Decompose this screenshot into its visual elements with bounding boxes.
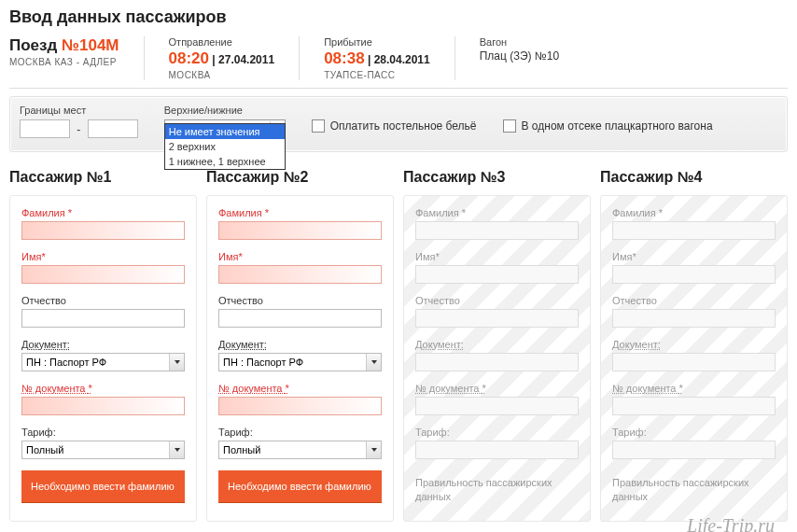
name-input[interactable]	[612, 265, 776, 284]
seat-dash: -	[77, 123, 80, 136]
name-input[interactable]	[21, 265, 185, 284]
docnum-input[interactable]	[612, 397, 776, 415]
surname-field: Фамилия *	[21, 207, 185, 240]
name-field: Имя*	[21, 251, 185, 284]
train-label: Поезд	[9, 36, 57, 54]
document-select[interactable]	[415, 353, 579, 371]
position-option-0[interactable]: Не имеет значения	[165, 124, 285, 139]
passenger-box-4: Фамилия * Имя* Отчество Документ: № доку…	[600, 195, 788, 522]
patronymic-input[interactable]	[21, 309, 185, 328]
document-field: Документ:	[21, 339, 185, 371]
arrival-label: Прибытие	[324, 36, 430, 48]
tariff-select[interactable]	[612, 441, 776, 459]
departure-date: 27.04.2011	[218, 53, 274, 66]
compartment-label: В одном отсеке плацкартного вагона	[522, 119, 713, 133]
surname-input[interactable]	[21, 221, 185, 240]
tariff-field: Тариф:	[21, 427, 185, 459]
checkbox-icon	[503, 119, 516, 133]
patronymic-input[interactable]	[415, 309, 579, 328]
name-input[interactable]	[218, 265, 382, 284]
departure-station: МОСКВА	[169, 70, 275, 80]
name-input[interactable]	[415, 265, 579, 284]
surname-input[interactable]	[612, 221, 776, 240]
passenger-box-3: Фамилия * Имя* Отчество Документ: № доку…	[403, 195, 591, 522]
linen-checkbox-group[interactable]: Оплатить постельное бельё	[312, 119, 477, 133]
passenger-col-3: Пассажир №3 Фамилия * Имя* Отчество Доку…	[403, 169, 591, 522]
options-bar: Границы мест - Верхние/нижние Не имеет з…	[9, 96, 788, 152]
passenger-title-4: Пассажир №4	[600, 169, 788, 186]
seat-bounds-label: Границы мест	[20, 105, 138, 116]
train-info-bar: Поезд №104М МОСКВА КАЗ - АДЛЕР Отправлен…	[9, 36, 788, 89]
arrival-date: 28.04.2011	[374, 53, 430, 66]
document-select[interactable]	[612, 353, 776, 371]
chevron-down-icon	[169, 441, 184, 458]
chevron-down-icon	[169, 354, 184, 371]
departure-label: Отправление	[169, 36, 275, 48]
car-label: Вагон	[480, 36, 559, 48]
passenger-col-2: Пассажир №2 Фамилия * Имя* Отчество Доку…	[206, 169, 394, 522]
seat-to-input[interactable]	[88, 119, 138, 138]
document-select[interactable]	[21, 353, 185, 371]
surname-input[interactable]	[415, 221, 579, 240]
position-option-1[interactable]: 2 верхних	[165, 139, 285, 154]
passenger-title-1: Пассажир №1	[9, 169, 197, 186]
departure-time: 08:20	[169, 49, 209, 67]
page-title: Ввод данных пассажиров	[9, 7, 788, 27]
tariff-select[interactable]	[21, 441, 185, 459]
inactive-note: Правильность пассажирских данных	[612, 476, 776, 505]
passenger-box-2: Фамилия * Имя* Отчество Документ: № доку…	[206, 195, 394, 522]
passengers-row: Пассажир №1 Фамилия * Имя* Отчество Доку…	[9, 169, 788, 522]
train-number: №104М	[62, 36, 119, 54]
passenger-col-1: Пассажир №1 Фамилия * Имя* Отчество Доку…	[9, 169, 197, 522]
passenger-box-1: Фамилия * Имя* Отчество Документ: № доку…	[9, 195, 197, 522]
surname-input[interactable]	[218, 221, 382, 240]
seat-from-input[interactable]	[20, 119, 70, 138]
validation-warning: Необходимо ввести фамилию	[218, 470, 382, 502]
position-label: Верхние/нижние	[164, 105, 286, 116]
tariff-select[interactable]	[415, 441, 579, 459]
docnum-field: № документа *	[21, 383, 185, 415]
patronymic-field: Отчество	[21, 295, 185, 328]
tariff-select[interactable]	[218, 441, 382, 459]
passenger-col-4: Пассажир №4 Фамилия * Имя* Отчество Доку…	[600, 169, 788, 522]
passenger-title-2: Пассажир №2	[206, 169, 394, 186]
watermark: Life-Trip.ru	[687, 515, 775, 532]
seat-bounds-group: Границы мест -	[20, 105, 138, 138]
arrival-block: Прибытие 08:38 | 28.04.2011 ТУАПСЕ-ПАСС	[324, 36, 430, 80]
car-value: Плац (3Э) №10	[480, 49, 559, 63]
inactive-note: Правильность пассажирских данных	[415, 476, 579, 505]
departure-block: Отправление 08:20 | 27.04.2011 МОСКВА	[169, 36, 275, 80]
position-dropdown: Не имеет значения 2 верхних 1 нижнее, 1 …	[164, 123, 286, 170]
document-select[interactable]	[218, 353, 382, 371]
patronymic-input[interactable]	[218, 309, 382, 328]
position-group: Верхние/нижние Не имеет значения Не имее…	[164, 105, 286, 138]
train-block: Поезд №104М МОСКВА КАЗ - АДЛЕР	[9, 36, 119, 80]
chevron-down-icon	[366, 354, 381, 371]
docnum-input[interactable]	[21, 397, 185, 415]
docnum-input[interactable]	[415, 397, 579, 415]
checkbox-icon	[312, 119, 325, 133]
patronymic-input[interactable]	[612, 309, 776, 328]
passenger-title-3: Пассажир №3	[403, 169, 591, 186]
arrival-time: 08:38	[324, 49, 364, 67]
train-route: МОСКВА КАЗ - АДЛЕР	[9, 57, 119, 67]
docnum-input[interactable]	[218, 397, 382, 415]
chevron-down-icon	[366, 441, 381, 458]
arrival-station: ТУАПСЕ-ПАСС	[324, 70, 430, 80]
position-option-2[interactable]: 1 нижнее, 1 верхнее	[165, 154, 285, 169]
linen-label: Оплатить постельное бельё	[330, 119, 477, 133]
car-block: Вагон Плац (3Э) №10	[480, 36, 559, 80]
validation-warning: Необходимо ввести фамилию	[21, 470, 185, 502]
compartment-checkbox-group[interactable]: В одном отсеке плацкартного вагона	[503, 119, 713, 133]
